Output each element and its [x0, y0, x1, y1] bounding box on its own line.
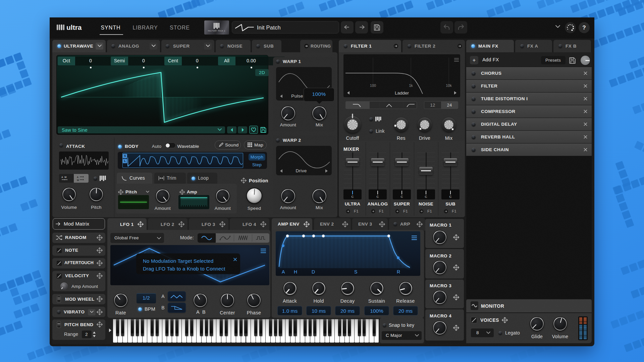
- svg-text:A: A: [77, 176, 78, 178]
- svg-text:A: A: [61, 176, 63, 178]
- svg-text:Ladder: Ladder: [395, 90, 409, 96]
- svg-text:D: D: [312, 269, 315, 275]
- svg-text:H: H: [294, 269, 297, 275]
- svg-text:R: R: [397, 269, 400, 275]
- svg-text:1k: 1k: [409, 83, 413, 87]
- svg-text:W: W: [64, 176, 67, 178]
- svg-text:W: W: [77, 179, 79, 181]
- svg-text:100: 100: [370, 83, 376, 87]
- svg-text:A: A: [282, 269, 285, 275]
- svg-text:S: S: [354, 269, 357, 275]
- svg-text:10k: 10k: [446, 83, 452, 87]
